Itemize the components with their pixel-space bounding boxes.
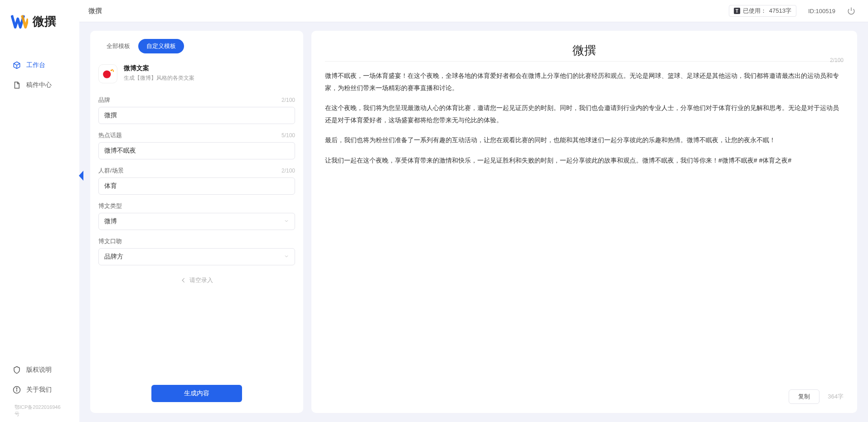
primary-nav: 工作台 稿件中心: [0, 57, 79, 94]
usage-value: 47513字: [769, 7, 791, 15]
logo: 微撰: [0, 14, 79, 29]
output-title: 微撰: [325, 43, 844, 58]
text-icon: T: [734, 8, 740, 14]
form-card: 全部模板 自定义模板 微博文案 生成【微博】风格的各类文案: [90, 31, 303, 413]
char-count: 364字: [828, 393, 844, 401]
user-id: ID:100519: [808, 8, 835, 14]
output-page-indicator: 2/100: [830, 57, 844, 63]
template-tabs: 全部模板 自定义模板: [90, 39, 303, 60]
nav-item-copyright[interactable]: 版权说明: [4, 361, 76, 379]
shield-icon: [13, 366, 21, 374]
sidebar-collapse-handle[interactable]: [79, 171, 83, 181]
svg-point-4: [103, 70, 111, 78]
top-header: 微撰 T 已使用： 47513字 ID:100519: [79, 0, 868, 22]
usage-label: 已使用：: [743, 7, 766, 15]
svg-marker-3: [79, 171, 83, 181]
chevron-down-icon: [284, 218, 289, 225]
field-label-brand: 品牌: [98, 96, 110, 104]
info-icon: [13, 386, 21, 394]
template-title: 微博文案: [124, 64, 194, 72]
scene-input[interactable]: [98, 177, 295, 195]
output-divider: [325, 61, 844, 62]
template-desc: 生成【微博】风格的各类文案: [124, 74, 194, 82]
cube-icon: [13, 61, 21, 69]
output-paragraph: 让我们一起在这个夜晚，享受体育带来的激情和快乐，一起见证胜利和失败的时刻，一起分…: [325, 154, 844, 167]
nav-item-drafts[interactable]: 稿件中心: [4, 77, 76, 94]
output-body: 微博不眠夜，一场体育盛宴！在这个夜晚，全球各地的体育爱好者都会在微博上分享他们的…: [325, 70, 844, 385]
usage-badge[interactable]: T 已使用： 47513字: [729, 5, 796, 17]
ptype-select[interactable]: 微博: [98, 213, 295, 230]
select-value: 微博: [104, 217, 117, 225]
chevron-down-icon: [284, 253, 289, 260]
nav-label: 稿件中心: [26, 81, 52, 89]
output-card: 微撰 2/100 微博不眠夜，一场体育盛宴！在这个夜晚，全球各地的体育爱好者都会…: [311, 31, 857, 413]
template-avatar: [98, 64, 117, 83]
field-counter-topic: 5/100: [281, 132, 295, 139]
generate-button[interactable]: 生成内容: [151, 385, 242, 402]
nav-item-workspace[interactable]: 工作台: [4, 57, 76, 74]
nav-label: 关于我们: [26, 386, 52, 394]
select-value: 品牌方: [104, 253, 123, 261]
field-label-tone: 博文口吻: [98, 237, 122, 245]
field-label-scene: 人群/场景: [98, 167, 124, 175]
logo-icon: [11, 14, 28, 29]
form-body: 品牌2/100热点话题5/100人群/场景2/100博文类型微博博文口吻品牌方请…: [90, 91, 303, 284]
empty-hint[interactable]: 请空录入: [98, 276, 295, 284]
output-paragraph: 最后，我们也将为粉丝们准备了一系列有趣的互动活动，让您在观看比赛的同时，也能和其…: [325, 134, 844, 146]
nav-item-about[interactable]: 关于我们: [4, 381, 76, 398]
icp-text: 鄂ICP备2022016946号: [4, 401, 76, 417]
copy-button[interactable]: 复制: [789, 389, 820, 404]
svg-point-2: [16, 388, 17, 389]
page-title: 微撰: [88, 7, 102, 15]
sidebar: 微撰 工作台 稿件中心 版权说明 关于我们 鄂ICP备2022016946号: [0, 0, 79, 422]
topic-input[interactable]: [98, 142, 295, 159]
template-header: 微博文案 生成【微博】风格的各类文案: [90, 60, 303, 91]
tab-custom-templates[interactable]: 自定义模板: [138, 39, 184, 53]
nav-label: 版权说明: [26, 366, 52, 374]
brand-input[interactable]: [98, 107, 295, 124]
logo-text: 微撰: [33, 14, 56, 29]
sidebar-footer: 版权说明 关于我们 鄂ICP备2022016946号: [0, 361, 79, 417]
nav-label: 工作台: [26, 61, 45, 69]
weibo-icon: [102, 68, 114, 80]
tone-select[interactable]: 品牌方: [98, 248, 295, 265]
output-paragraph: 在这个夜晚，我们将为您呈现最激动人心的体育比赛，邀请您一起见证历史的时刻。同时，…: [325, 102, 844, 126]
output-paragraph: 微博不眠夜，一场体育盛宴！在这个夜晚，全球各地的体育爱好者都会在微博上分享他们的…: [325, 70, 844, 94]
doc-icon: [13, 81, 21, 89]
field-label-topic: 热点话题: [98, 131, 122, 139]
power-icon[interactable]: [847, 7, 855, 15]
field-counter-brand: 2/100: [281, 97, 295, 103]
tab-all-templates[interactable]: 全部模板: [98, 39, 138, 53]
back-icon: [180, 277, 187, 283]
field-label-ptype: 博文类型: [98, 202, 122, 210]
svg-point-5: [111, 70, 112, 71]
field-counter-scene: 2/100: [281, 168, 295, 174]
